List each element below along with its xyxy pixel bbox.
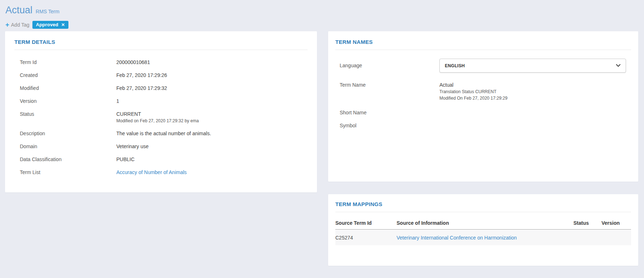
detail-row-term-id: Term Id 200000010681 — [14, 59, 308, 66]
field-value: The value is the actual number of animal… — [116, 130, 211, 137]
title-line: Actual RMS Term — [5, 5, 638, 17]
detail-row-data-classification: Data Classification PUBLIC — [14, 156, 308, 163]
field-label: Version — [20, 97, 116, 105]
term-name-value: Actual — [439, 81, 507, 88]
mapping-source-term-id: C25274 — [335, 235, 397, 241]
short-name-row: Short Name — [335, 109, 631, 116]
panel-divider — [14, 50, 308, 50]
field-value: 1 — [116, 97, 119, 105]
field-label: Modified — [20, 85, 116, 92]
detail-row-domain: Domain Veterinary use — [14, 143, 308, 150]
tag-badge-label: Approved — [36, 22, 58, 27]
detail-row-status: Status CURRENT Modified on Feb 27, 2020 … — [14, 110, 308, 124]
modified-on-note: Modified On Feb 27, 2020 17:29:29 — [439, 95, 507, 101]
plus-icon: + — [5, 22, 9, 27]
short-name-label: Short Name — [340, 109, 439, 116]
chevron-down-icon — [616, 64, 621, 67]
column-source-of-information: Source of Information — [397, 220, 573, 226]
page-header: Actual RMS Term + Add Tag Approved ✕ — [0, 0, 644, 29]
field-label: Term List — [20, 169, 116, 176]
translation-status-note: Translation Status CURRENT — [439, 88, 507, 95]
field-label: Created — [20, 72, 116, 79]
field-value: Feb 27, 2020 17:29:26 — [116, 72, 167, 79]
mapping-status — [573, 235, 601, 241]
symbol-label: Symbol — [340, 122, 439, 129]
mappings-table-header: Source Term Id Source of Information Sta… — [335, 220, 631, 230]
term-names-panel: TERM NAMES Language ENGLISH Term Nam — [328, 31, 638, 182]
term-names-title: TERM NAMES — [335, 39, 631, 45]
page-subtitle: RMS Term — [36, 9, 59, 14]
column-version: Version — [601, 220, 631, 226]
term-mappings-panel: TERM MAPPINGS Source Term Id Source of I… — [328, 194, 638, 266]
field-label: Data Classification — [20, 156, 116, 163]
field-value: PUBLIC — [116, 156, 135, 163]
field-label: Domain — [20, 143, 116, 150]
field-label: Term Id — [20, 59, 116, 66]
field-value: Veterinary use — [116, 143, 149, 150]
add-tag-label: Add Tag — [11, 22, 30, 28]
panel-divider — [335, 212, 631, 212]
term-details-list: Term Id 200000010681 Created Feb 27, 202… — [14, 59, 308, 176]
right-column: TERM NAMES Language ENGLISH Term Nam — [328, 31, 638, 266]
panel-divider — [335, 50, 631, 50]
page-title: Actual — [5, 5, 32, 16]
term-name-label: Term Name — [340, 81, 439, 88]
term-details-panel: TERM DETAILS Term Id 200000010681 Create… — [5, 31, 317, 192]
add-tag-button[interactable]: + Add Tag — [5, 22, 30, 28]
language-select-value: ENGLISH — [445, 63, 465, 68]
term-mappings-title: TERM MAPPINGS — [335, 201, 631, 207]
field-label: Status — [20, 110, 116, 118]
mapping-row: C25274 Veterinary International Conferen… — [335, 231, 631, 245]
detail-row-description: Description The value is the actual numb… — [14, 130, 308, 137]
detail-row-modified: Modified Feb 27, 2020 17:29:32 — [14, 85, 308, 92]
detail-row-version: Version 1 — [14, 97, 308, 105]
mapping-source-link[interactable]: Veterinary International Conference on H… — [397, 235, 517, 241]
mappings-table: Source Term Id Source of Information Sta… — [335, 220, 631, 245]
column-source-term-id: Source Term Id — [335, 220, 397, 226]
tag-badge-approved: Approved ✕ — [32, 21, 69, 29]
field-value: 200000010681 — [116, 59, 150, 66]
status-value: CURRENT — [116, 110, 199, 118]
main-content: TERM DETAILS Term Id 200000010681 Create… — [5, 31, 638, 266]
field-label: Description — [20, 130, 116, 137]
status-note: Modified on Feb 27, 2020 17:29:32 by ema — [116, 118, 199, 124]
term-details-title: TERM DETAILS — [14, 39, 308, 45]
remove-tag-icon[interactable]: ✕ — [61, 23, 65, 27]
rms-term-page: Actual RMS Term + Add Tag Approved ✕ TER… — [0, 0, 644, 278]
language-select[interactable]: ENGLISH — [439, 59, 626, 73]
language-row: Language ENGLISH — [335, 59, 631, 73]
detail-row-term-list: Term List Accuracy of Number of Animals — [14, 169, 308, 176]
tag-line: + Add Tag Approved ✕ — [5, 20, 638, 29]
term-name-row: Term Name Actual Translation Status CURR… — [335, 81, 631, 101]
term-list-link[interactable]: Accuracy of Number of Animals — [116, 169, 187, 175]
language-label: Language — [340, 59, 439, 69]
column-status: Status — [573, 220, 601, 226]
field-value: Feb 27, 2020 17:29:32 — [116, 85, 167, 92]
symbol-row: Symbol — [335, 122, 631, 129]
detail-row-created: Created Feb 27, 2020 17:29:26 — [14, 72, 308, 79]
mapping-version — [601, 235, 631, 241]
term-names-list: Language ENGLISH Term Name Actual Tra — [335, 59, 631, 129]
